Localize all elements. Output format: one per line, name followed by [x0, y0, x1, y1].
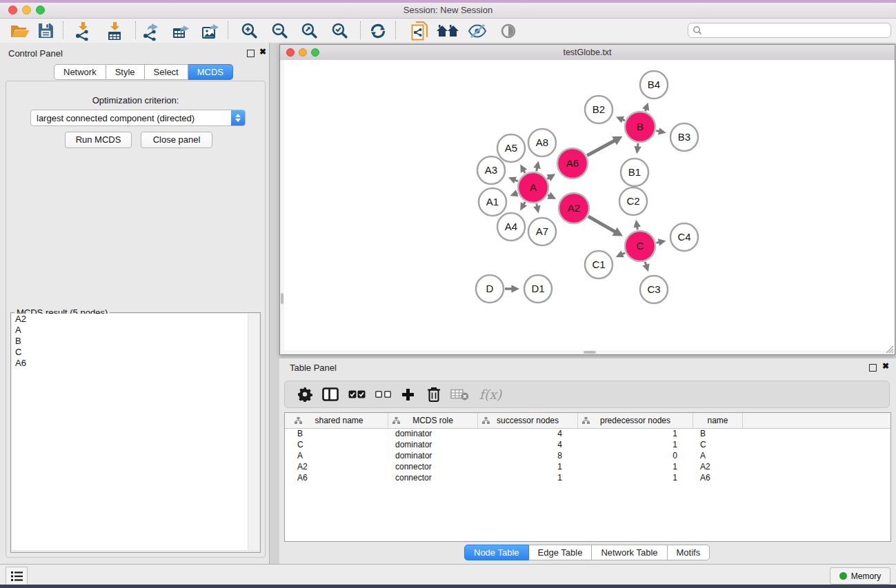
table-row[interactable]: A2connector11A2 [285, 461, 890, 472]
table-cell: A2 [693, 461, 743, 472]
mcds-result-list[interactable]: A2ABCA6 [12, 314, 248, 550]
net-minimize-button[interactable] [299, 48, 307, 57]
hide-panel-eye-slash-icon[interactable] [465, 19, 490, 42]
toolbar-separator [63, 21, 63, 39]
table-row[interactable]: Bdominator41B [285, 428, 890, 439]
result-list-item[interactable]: C [12, 347, 248, 358]
close-panel-button[interactable]: Close panel [141, 132, 212, 148]
tab-network-table[interactable]: Network Table [592, 545, 667, 560]
table-row[interactable]: A6connector11A6 [285, 472, 890, 483]
export-table-icon[interactable] [168, 19, 193, 42]
show-panel-eye-icon[interactable] [496, 19, 521, 42]
list-icon [11, 571, 23, 581]
table-float-panel-icon[interactable] [869, 364, 877, 372]
save-session-icon[interactable] [33, 19, 58, 42]
clone-network-icon[interactable] [407, 19, 432, 42]
import-table-icon[interactable] [102, 19, 127, 42]
table-cell: A2 [290, 461, 388, 472]
edge-arrowhead [642, 103, 649, 111]
search-field[interactable] [688, 23, 891, 38]
search-icon [693, 26, 702, 35]
settings-gear-icon[interactable] [293, 381, 317, 407]
export-network-icon[interactable] [138, 19, 163, 42]
run-mcds-button[interactable]: Run MCDS [65, 132, 132, 148]
table-row[interactable]: Cdominator41C [285, 439, 890, 450]
tab-mcds[interactable]: MCDS [188, 64, 233, 80]
result-scrollbar[interactable] [248, 314, 259, 550]
graph-node-label: B3 [678, 131, 690, 143]
result-list-item[interactable]: A6 [12, 358, 248, 369]
table-row[interactable]: Adominator80A [285, 450, 890, 461]
open-session-icon[interactable] [8, 19, 32, 42]
table-cell: B [290, 428, 388, 439]
edge-arrowhead [658, 128, 666, 134]
net-zoom-button[interactable] [311, 48, 319, 57]
network-canvas[interactable]: B4B2BB3A5A8A6A3B1AA1C2A2A4A7CC4C1C3DD1 [280, 60, 895, 354]
home-icon[interactable] [435, 19, 460, 42]
task-history-button[interactable] [6, 567, 28, 585]
table-cell: 4 [478, 428, 578, 439]
graph-node-label: C2 [626, 195, 639, 207]
column-header-MCDS-role[interactable]: MCDS role [388, 413, 478, 428]
mcds-result-group: MCDS result (5 nodes) A2ABCA6 [10, 312, 261, 553]
float-panel-icon[interactable] [247, 50, 255, 57]
minimize-window-button[interactable] [22, 6, 31, 14]
close-window-button[interactable] [8, 6, 17, 14]
zoom-in-icon[interactable] [237, 19, 261, 42]
column-layout-icon[interactable] [319, 381, 342, 407]
import-network-icon[interactable] [70, 19, 95, 42]
network-hscrollbar[interactable] [280, 350, 895, 354]
zoom-out-icon[interactable] [267, 19, 292, 42]
result-list-item[interactable]: B [12, 336, 248, 347]
deselect-check-icon[interactable] [371, 381, 395, 407]
tab-motifs[interactable]: Motifs [668, 545, 710, 560]
criterion-select[interactable]: largest connected component (directed) [30, 110, 246, 126]
net-close-button[interactable] [286, 48, 295, 57]
table-cell: connector [388, 461, 478, 472]
network-window-title: testGlobe.txt [280, 45, 895, 60]
table-cell: dominator [388, 428, 478, 439]
network-view-window: testGlobe.txt B4B2BB3A5A8A6A3B1AA1C2A2A4… [279, 44, 895, 355]
node-table[interactable]: shared nameMCDS rolesuccessor nodesprede… [284, 412, 891, 542]
column-header-name[interactable]: name [693, 413, 743, 428]
function-builder-icon[interactable]: f(x) [475, 381, 506, 407]
edge-A6-B[interactable] [587, 141, 615, 156]
column-header-successor-nodes[interactable]: successor nodes [478, 413, 578, 428]
graph-node-label: B2 [593, 103, 605, 115]
close-panel-icon[interactable]: ✖ [259, 47, 266, 57]
graph-node-label: A7 [536, 225, 548, 237]
zoom-selected-icon[interactable] [327, 19, 352, 42]
table-close-panel-icon[interactable]: ✖ [882, 361, 889, 371]
tab-select[interactable]: Select [145, 64, 188, 80]
edge-arrowhead [533, 161, 540, 169]
network-window-titlebar[interactable]: testGlobe.txt [280, 45, 895, 61]
zoom-window-button[interactable] [36, 6, 45, 14]
graph-node-label: A8 [536, 136, 548, 148]
result-list-item[interactable]: A2 [12, 314, 248, 325]
table-panel-tabs: Node TableEdge TableNetwork TableMotifs [464, 545, 710, 560]
tab-style[interactable]: Style [106, 64, 145, 80]
graph-node-label: B [637, 121, 644, 132]
optimization-criterion-label: Optimization criterion: [6, 95, 265, 105]
edge-A2-C[interactable] [588, 216, 616, 232]
tab-node-table[interactable]: Node Table [464, 545, 529, 560]
resize-grip-icon[interactable] [884, 344, 894, 354]
network-vscrollbar[interactable] [280, 60, 284, 354]
table-cell: 0 [578, 450, 693, 461]
search-input[interactable] [702, 24, 890, 37]
tab-network[interactable]: Network [54, 64, 106, 80]
delete-column-trash-icon[interactable] [422, 381, 446, 407]
select-all-check-icon[interactable] [345, 381, 368, 407]
graph-node-label: A5 [505, 142, 517, 154]
column-header-predecessor-nodes[interactable]: predecessor nodes [578, 413, 693, 428]
memory-button[interactable]: Memory [830, 567, 890, 585]
tab-edge-table[interactable]: Edge Table [529, 545, 593, 560]
zoom-fit-icon[interactable] [297, 19, 321, 42]
result-list-item[interactable]: A [12, 325, 248, 336]
add-column-plus-icon[interactable] [396, 381, 419, 407]
export-image-icon[interactable] [198, 19, 223, 42]
table-cell: 1 [478, 472, 578, 483]
delete-table-icon[interactable] [448, 381, 471, 407]
column-header-shared-name[interactable]: shared name [290, 413, 388, 428]
refresh-icon[interactable] [366, 19, 390, 42]
